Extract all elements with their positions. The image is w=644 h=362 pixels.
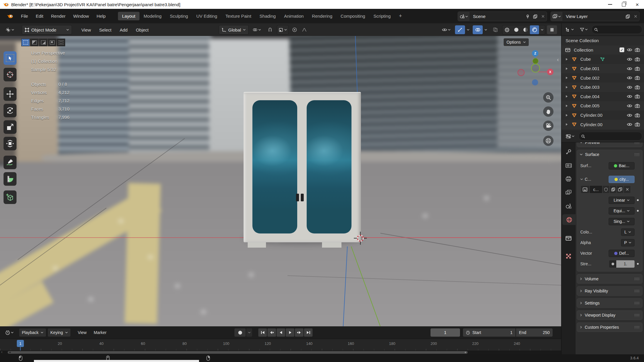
jump-to-start-button[interactable] — [258, 328, 267, 337]
viewport-3d[interactable]: User Perspective (1) Collection Sample 5… — [0, 36, 561, 326]
play-reverse-button[interactable] — [277, 328, 285, 337]
new-view-layer-button[interactable] — [624, 12, 632, 21]
visibility-dropdown[interactable] — [439, 25, 453, 34]
start-frame-field[interactable]: Start 1 — [463, 328, 515, 337]
tab-texture[interactable] — [562, 251, 575, 261]
tool-scale[interactable] — [4, 120, 17, 134]
shading-dropdown[interactable] — [539, 25, 545, 34]
next-keyframe-button[interactable] — [295, 328, 303, 337]
cabinet-door-right[interactable] — [307, 100, 351, 233]
tool-select-box[interactable] — [4, 51, 17, 65]
outliner-search[interactable] — [592, 25, 642, 34]
snap-toggle[interactable] — [265, 25, 275, 34]
menu-object[interactable]: Object — [132, 27, 152, 32]
scene-selector[interactable]: Scene — [458, 11, 547, 21]
add-workspace-button[interactable]: + — [395, 11, 406, 21]
mode-dropdown[interactable]: Object Mode — [22, 25, 72, 34]
gizmos-toggle[interactable] — [455, 25, 465, 34]
hide-eye-icon[interactable] — [626, 85, 633, 89]
ray-visibility-panel[interactable]: Ray Visibility — [577, 286, 643, 296]
view-layer-browse-button[interactable] — [551, 12, 563, 21]
menu-view[interactable]: View — [78, 27, 94, 32]
extension-dropdown[interactable]: Sing... — [609, 218, 635, 225]
animate-dot[interactable] — [637, 210, 639, 212]
select-mode-extend[interactable] — [30, 39, 39, 46]
auto-key-dropdown[interactable] — [246, 328, 252, 337]
tool-annotate[interactable] — [4, 156, 17, 169]
outliner-row-collection[interactable]: Collection ✓ — [561, 45, 644, 55]
play-button[interactable] — [286, 328, 294, 337]
outliner-filter-dropdown[interactable] — [577, 25, 590, 34]
outliner-editor-selector[interactable] — [563, 25, 576, 34]
timeline-view-menu[interactable]: View — [74, 330, 90, 335]
expand-icon[interactable] — [566, 76, 570, 79]
delete-scene-button[interactable] — [539, 12, 547, 21]
menu-help[interactable]: Help — [93, 11, 110, 20]
vector-button[interactable]: Def... — [609, 250, 635, 257]
strength-driver-toggle[interactable] — [609, 260, 616, 268]
xray-toggle[interactable] — [490, 25, 500, 34]
outliner-row-object[interactable]: Cube.003 — [561, 83, 644, 92]
tab-view-layer[interactable] — [562, 187, 575, 198]
timeline-marker-menu[interactable]: Marker — [90, 330, 110, 335]
tool-rotate[interactable] — [4, 104, 17, 117]
tab-output[interactable] — [562, 174, 575, 184]
proportional-falloff-dropdown[interactable] — [300, 25, 308, 34]
tab-modeling[interactable]: Modeling — [139, 12, 166, 20]
render-visibility-icon[interactable] — [633, 48, 641, 52]
tab-render[interactable] — [562, 160, 575, 171]
render-visibility-icon[interactable] — [633, 76, 641, 80]
tab-tool[interactable] — [562, 147, 575, 157]
hide-eye-icon[interactable] — [626, 123, 633, 126]
outliner-row-object[interactable]: Cube — [561, 55, 644, 64]
outliner-row-object[interactable]: Cylinder.00 — [561, 111, 644, 120]
outliner-row-object[interactable]: Cube.005 — [561, 101, 644, 111]
tab-shading[interactable]: Shading — [255, 12, 280, 20]
tool-move[interactable] — [4, 87, 17, 101]
select-mode-intersect[interactable] — [57, 39, 65, 46]
cabinet-body[interactable] — [244, 92, 361, 242]
transform-orientation-dropdown[interactable]: Global — [219, 25, 249, 34]
scroll-left-arrow[interactable]: ‹ — [1, 350, 2, 354]
playback-menu[interactable]: Playback — [19, 328, 46, 337]
tab-rendering[interactable]: Rendering — [308, 12, 336, 20]
outliner-row-object[interactable]: Cube.004 — [561, 92, 644, 101]
tool-cursor[interactable] — [4, 68, 17, 81]
panel-drag-dots[interactable] — [634, 289, 640, 293]
render-visibility-icon[interactable] — [633, 122, 641, 126]
tab-compositing[interactable]: Compositing — [336, 12, 369, 20]
volume-panel[interactable]: Volume — [577, 274, 643, 284]
expand-icon[interactable] — [566, 114, 570, 117]
options-button[interactable]: Options — [504, 38, 529, 46]
select-mode-subtract[interactable] — [39, 39, 47, 46]
tab-texture-paint[interactable]: Texture Paint — [221, 12, 256, 20]
outliner-row-object[interactable]: Cylinder.00 — [561, 120, 644, 129]
collection-checkbox[interactable]: ✓ — [618, 47, 626, 52]
overlays-dropdown[interactable] — [483, 25, 489, 34]
image-name-field[interactable]: c... — [589, 185, 602, 193]
tab-sculpting[interactable]: Sculpting — [166, 12, 192, 20]
hide-eye-icon[interactable] — [626, 48, 633, 52]
hide-eye-icon[interactable] — [626, 57, 633, 61]
cabinet-door-left[interactable] — [252, 100, 297, 233]
hide-eye-icon[interactable] — [626, 76, 633, 80]
select-mode-invert[interactable] — [48, 39, 56, 46]
blender-app-menu[interactable] — [3, 11, 17, 20]
auto-key-button[interactable] — [234, 328, 246, 337]
shading-wireframe-button[interactable] — [502, 25, 512, 34]
snap-with-dropdown[interactable] — [277, 25, 289, 34]
panel-drag-dots[interactable] — [634, 153, 640, 156]
outliner-row-object[interactable]: Cube.001 — [561, 64, 644, 73]
unlink-image-button[interactable] — [624, 185, 631, 193]
end-frame-field[interactable]: End 250 — [516, 328, 553, 337]
render-visibility-icon[interactable] — [633, 94, 641, 98]
gizmos-dropdown[interactable] — [465, 25, 471, 34]
gizmo-z-axis[interactable]: Z — [532, 50, 538, 57]
tab-world[interactable] — [562, 214, 576, 225]
new-image-button[interactable] — [610, 185, 617, 193]
properties-search[interactable] — [579, 132, 642, 141]
menu-file[interactable]: File — [17, 11, 32, 20]
expand-icon[interactable] — [566, 58, 570, 61]
fake-user-button[interactable] — [602, 185, 610, 193]
new-scene-button[interactable] — [531, 12, 539, 21]
